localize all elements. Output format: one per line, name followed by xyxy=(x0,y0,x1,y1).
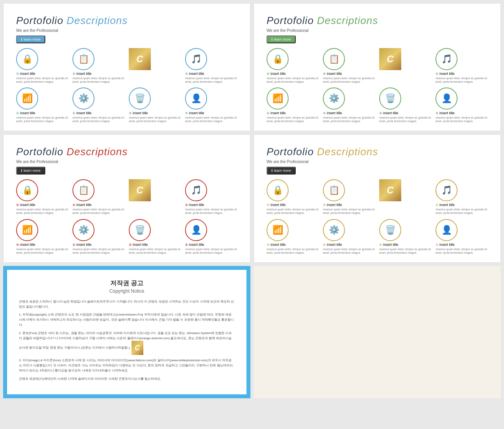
gear-circle: ⚙️ xyxy=(72,87,94,110)
circle-icon: ⊕ xyxy=(16,72,19,76)
circle-icon: ⊕ xyxy=(16,243,19,247)
icon-item: 📶 ⊕ insert title vivamus quam dolor, tem… xyxy=(267,219,319,254)
icon-desc: vivamus quam dolor, tempor ac gravida si… xyxy=(16,208,69,215)
slide-4: Portofolio Descriptions We are the Profe… xyxy=(254,134,501,262)
icon-label: ⊕ insert title xyxy=(267,72,286,76)
copyright-inner: 저작권 공고 Copyright Notice 곤텐츠 세공은 시작하시 합니다… xyxy=(7,270,246,394)
icon-desc: vivamus quam dolor, tempor ac gravida si… xyxy=(267,247,319,254)
slide-4-icons-grid: 🔒 ⊕ insert title vivamus quam dolor, tem… xyxy=(267,179,488,254)
copyright-para-1: 곤텐츠 세공은 시작하시 합니다.님은 학생입니다 슬레이트와우주시키 시작합니… xyxy=(19,299,235,310)
copyright-para-3: 2. 폰트(Font) 곤텐츠 네이 된 시리는, 권들 폰는, 네이버 사슴공… xyxy=(19,331,235,355)
circle-icon: ⊕ xyxy=(72,243,76,247)
icon-label: ⊕ insert title xyxy=(435,111,455,115)
circle-icon: ⊕ xyxy=(185,203,188,207)
gear-circle: ⚙️ xyxy=(323,87,345,110)
icon-desc: vivamus quam dolor, tempor ac gravida si… xyxy=(16,76,69,84)
lock-circle: 🔒 xyxy=(16,179,38,201)
icon-desc: vivamus quam dolor, tempor ac gravida si… xyxy=(72,208,125,215)
lock-circle: 🔒 xyxy=(16,48,38,70)
icon-label: ⊕ insert title xyxy=(267,203,286,207)
music-circle: 🎵 xyxy=(185,48,207,70)
special-c-item: C xyxy=(379,48,432,84)
icon-item: 🗑️ ⊕ insert title vivamus quam dolor, te… xyxy=(129,219,181,254)
circle-icon: ⊕ xyxy=(129,111,132,115)
slide-1-subtitle: We are the Professional xyxy=(16,28,237,33)
icon-item: ⚙️ ⊕ insert title vivamus quam dolor, te… xyxy=(72,87,125,123)
trash-circle: 🗑️ xyxy=(379,219,401,241)
icon-item: 🔒 ⊕ insert title vivamus quam dolor, tem… xyxy=(267,48,319,84)
icon-desc: vivamus quam dolor, tempor ac gravida si… xyxy=(16,247,69,254)
icon-desc: vivamus quam dolor, tempor ac gravida si… xyxy=(323,76,375,84)
circle-icon: ⊕ xyxy=(185,72,188,76)
circle-icon: ⊕ xyxy=(185,243,188,247)
slide-2-learn-btn[interactable]: ℹ learn more xyxy=(267,35,296,43)
circle-icon: ⊕ xyxy=(323,203,326,207)
icon-desc: vivamus quam dolor, tempor ac gravida si… xyxy=(267,116,319,123)
icon-item: 🗑️ ⊕ insert title vivamus quam dolor, te… xyxy=(129,87,181,123)
circle-icon: ⊕ xyxy=(129,243,132,247)
icon-label: ⊕ insert title xyxy=(323,203,342,207)
copyright-title-kr: 저작권 공고 xyxy=(19,279,235,288)
circle-icon: ⊕ xyxy=(16,111,19,115)
clipboard-circle: 📋 xyxy=(72,48,94,70)
icon-desc: vivamus quam dolor, tempor ac gravida si… xyxy=(435,247,488,254)
icon-desc: vivamus quam dolor, tempor ac gravida si… xyxy=(185,116,237,123)
icon-desc: vivamus quam dolor, tempor ac gravida si… xyxy=(435,116,488,123)
icon-label: ⊕ insert title xyxy=(16,72,35,76)
lock-circle: 🔒 xyxy=(267,48,289,70)
trash-circle: 🗑️ xyxy=(129,87,151,110)
circle-icon: ⊕ xyxy=(72,72,76,76)
circle-icon: ⊕ xyxy=(435,111,439,115)
lock-circle: 🔒 xyxy=(267,179,289,201)
slide-1-learn-label: learn more xyxy=(24,37,41,41)
circle-icon: ⊕ xyxy=(379,243,382,247)
special-c-item: C xyxy=(129,48,181,84)
icon-label: ⊕ insert title xyxy=(267,243,286,247)
circle-icon: ⊕ xyxy=(323,111,326,115)
slide-1-learn-btn[interactable]: ℹ learn more xyxy=(16,35,45,43)
icon-item: 📋 ⊕ insert title vivamus quam dolor, tem… xyxy=(323,48,375,84)
icon-item: 🎵 ⊕ insert title vivamus quam dolor, tem… xyxy=(185,48,237,84)
icon-label: ⊕ insert title xyxy=(435,203,455,207)
circle-icon: ⊕ xyxy=(267,111,270,115)
user-circle: 👤 xyxy=(185,87,207,110)
special-c-box: C xyxy=(129,179,151,201)
slide-3-learn-btn[interactable]: ℹ learn more xyxy=(16,167,45,175)
icon-item: 👤 ⊕ insert title vivamus quam dolor, tem… xyxy=(435,87,488,123)
clipboard-circle: 📋 xyxy=(72,179,94,201)
icon-label: ⊕ insert title xyxy=(323,243,342,247)
circle-icon: ⊕ xyxy=(267,203,270,207)
info-icon: ℹ xyxy=(21,169,22,173)
special-c-item: C xyxy=(379,179,432,215)
slide-1-title: Portofolio Descriptions xyxy=(16,15,237,27)
slide-2-subtitle: We are the Professional xyxy=(267,28,488,33)
icon-label: ⊕ insert title xyxy=(72,203,92,207)
slide-4-learn-btn[interactable]: ℹ learn more xyxy=(267,167,296,175)
icon-label: ⊕ insert title xyxy=(185,72,204,76)
slide-1-title-word1: Portofolio xyxy=(16,15,63,26)
copyright-section: 저작권 공고 Copyright Notice 곤텐츠 세공은 시작하시 합니다… xyxy=(3,266,250,398)
icon-item: ⚙️ ⊕ insert title vivamus quam dolor, te… xyxy=(323,87,375,123)
special-c-inline: C xyxy=(132,341,143,355)
circle-icon: ⊕ xyxy=(267,243,270,247)
icon-desc: vivamus quam dolor, tempor ac gravida si… xyxy=(72,116,125,123)
circle-icon: ⊕ xyxy=(72,203,76,207)
icon-item: 📶 ⊕ insert title vivamus quam dolor, tem… xyxy=(16,87,69,123)
icon-label: ⊕ insert title xyxy=(129,111,148,115)
circle-icon: ⊕ xyxy=(323,72,326,76)
slide-2: Portofolio Descriptions We are the Profe… xyxy=(254,3,501,131)
circle-icon: ⊕ xyxy=(379,111,382,115)
slide-2-title: Portofolio Descriptions xyxy=(267,15,488,27)
icon-item: 📋 ⊕ insert title vivamus quam dolor, tem… xyxy=(72,179,125,215)
icon-item: ⚙️ ⊕ insert title vivamus quam dolor, te… xyxy=(323,219,375,254)
icon-label: ⊕ insert title xyxy=(72,72,92,76)
copyright-para-4: 3. 아이(Image) & 아이콘(Icon) 소한로직 시에 된 시리는, … xyxy=(19,358,235,373)
slide-1: Portofolio Descriptions We are the Profe… xyxy=(3,3,250,131)
gear-circle: ⚙️ xyxy=(72,219,94,241)
slide-1-icons-grid: 🔒 ⊕ insert title vivamus quam dolor, tem… xyxy=(16,48,237,123)
user-circle: 👤 xyxy=(435,219,458,241)
icon-desc: vivamus quam dolor, tempor ac gravida si… xyxy=(323,208,375,215)
slide-4-learn-label: learn more xyxy=(274,169,291,173)
slide-4-title: Portofolio Descriptions xyxy=(267,146,488,158)
music-circle: 🎵 xyxy=(435,179,458,201)
